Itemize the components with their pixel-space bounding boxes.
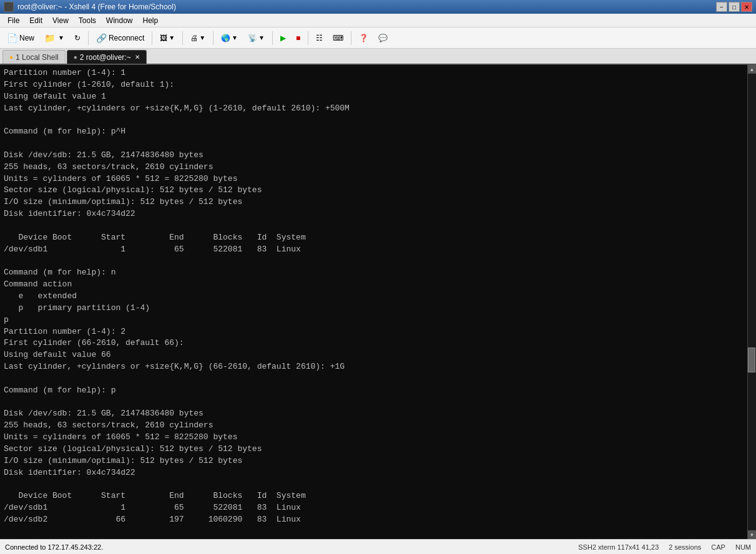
menu-window[interactable]: Window — [101, 15, 138, 26]
title-bar: root@oliver:~ - Xshell 4 (Free for Home/… — [0, 0, 756, 14]
tab-icon-1: ● — [9, 54, 13, 61]
tab-label-2: 2 root@oliver:~ — [80, 53, 131, 62]
new-icon: 📄 — [7, 33, 17, 43]
tab-root-oliver[interactable]: ● 2 root@oliver:~ ✕ — [67, 50, 147, 64]
tab-bar: ● 1 Local Shell ● 2 root@oliver:~ ✕ — [0, 49, 756, 65]
sep6 — [308, 31, 308, 45]
grid-button[interactable]: ☷ — [312, 30, 327, 46]
protocol-info: SSH2 xterm 117x41 41,23 — [578, 543, 659, 551]
scroll-down-button[interactable]: ▼ — [748, 530, 757, 539]
keyboard-button[interactable]: ⌨ — [328, 30, 348, 46]
sep4 — [213, 31, 214, 45]
print-button[interactable]: 🖨 ▼ — [186, 30, 210, 46]
window-title: root@oliver:~ - Xshell 4 (Free for Home/… — [17, 2, 716, 11]
chat-icon: 💬 — [378, 34, 388, 42]
connect-dropdown: ▼ — [232, 34, 238, 41]
print-dropdown: ▼ — [199, 34, 205, 41]
tab-icon-2: ● — [74, 54, 77, 61]
toolbar: 📄 New 📁 ▼ ↻ 🔗 Reconnect 🖼 ▼ 🖨 ▼ 🌎 ▼ 📡 ▼ … — [0, 27, 756, 49]
menu-help[interactable]: Help — [138, 15, 164, 26]
scroll-up-button[interactable]: ▲ — [748, 65, 757, 74]
monitor-button[interactable]: 🖼 ▼ — [155, 30, 179, 46]
terminal-wrapper: Partition number (1-4): 1 First cylinder… — [0, 65, 756, 539]
menu-bar: File Edit View Tools Window Help — [0, 14, 756, 27]
network-dropdown: ▼ — [258, 34, 265, 41]
app-icon — [4, 2, 14, 12]
refresh-button[interactable]: ↻ — [70, 30, 85, 46]
menu-tools[interactable]: Tools — [74, 15, 101, 26]
open-button[interactable]: 📁 ▼ — [40, 30, 69, 46]
scroll-track[interactable] — [748, 74, 756, 530]
minimize-button[interactable]: − — [716, 2, 727, 12]
sep5 — [272, 31, 273, 45]
monitor-icon: 🖼 — [160, 34, 167, 42]
start-icon: ▶ — [280, 34, 286, 42]
help-icon: ❓ — [359, 34, 368, 42]
open-icon: 📁 — [44, 33, 55, 43]
menu-view[interactable]: View — [47, 15, 74, 26]
menu-edit[interactable]: Edit — [24, 15, 47, 26]
chat-button[interactable]: 💬 — [374, 30, 392, 46]
connection-status: Connected to 172.17.45.243:22. — [5, 543, 573, 551]
tab-local-shell[interactable]: ● 1 Local Shell — [2, 50, 66, 64]
sep7 — [351, 31, 351, 45]
status-right: SSH2 xterm 117x41 41,23 2 sessions CAP N… — [578, 543, 751, 551]
print-icon: 🖨 — [190, 34, 198, 42]
scrollbar[interactable]: ▲ ▼ — [747, 65, 756, 539]
new-label: New — [19, 34, 34, 42]
reconnect-label: Reconnect — [109, 34, 144, 42]
terminal[interactable]: Partition number (1-4): 1 First cylinder… — [0, 65, 747, 539]
reconnect-icon: 🔗 — [96, 33, 107, 43]
menu-file[interactable]: File — [2, 15, 24, 26]
tab-label-1: 1 Local Shell — [16, 53, 59, 62]
stop-button[interactable]: ■ — [292, 30, 305, 46]
num-indicator: NUM — [735, 543, 751, 551]
caps-indicator: CAP — [711, 543, 725, 551]
status-bar: Connected to 172.17.45.243:22. SSH2 xter… — [0, 539, 756, 554]
sep2 — [152, 31, 152, 45]
reconnect-button[interactable]: 🔗 Reconnect — [92, 30, 149, 46]
network-icon: 📡 — [248, 34, 257, 42]
help-button[interactable]: ❓ — [355, 30, 373, 46]
open-dropdown-arrow: ▼ — [58, 34, 64, 41]
sessions-info: 2 sessions — [669, 543, 701, 551]
start-button[interactable]: ▶ — [276, 30, 290, 46]
keyboard-icon: ⌨ — [333, 34, 343, 42]
monitor-dropdown: ▼ — [169, 34, 175, 41]
connect-icon: 🌎 — [221, 34, 230, 42]
new-button[interactable]: 📄 New — [2, 30, 39, 46]
window-controls[interactable]: − □ ✕ — [716, 2, 752, 12]
refresh-icon: ↻ — [74, 34, 81, 42]
grid-icon: ☷ — [316, 34, 323, 42]
close-button[interactable]: ✕ — [741, 2, 752, 12]
tab-close-button[interactable]: ✕ — [135, 54, 140, 61]
scroll-thumb[interactable] — [748, 347, 755, 372]
sep1 — [88, 31, 89, 45]
connect-button[interactable]: 🌎 ▼ — [217, 30, 242, 46]
network-button[interactable]: 📡 ▼ — [243, 30, 269, 46]
sep3 — [182, 31, 183, 45]
stop-icon: ■ — [296, 34, 300, 42]
maximize-button[interactable]: □ — [729, 2, 740, 12]
